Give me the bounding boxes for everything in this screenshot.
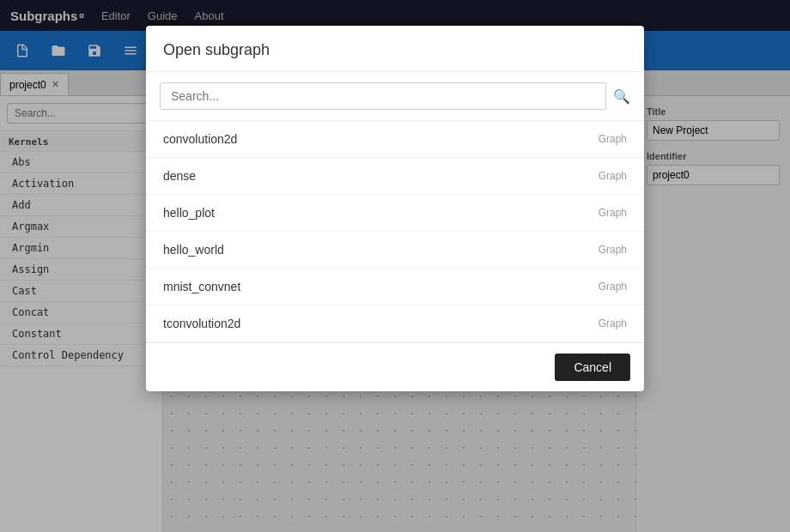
modal-overlay: Open subgraph 🔍 convolution2d Graph dens… bbox=[0, 0, 790, 532]
modal-item-type: Graph bbox=[599, 133, 627, 145]
modal-footer: Cancel bbox=[146, 342, 644, 391]
modal-search-container: 🔍 bbox=[146, 72, 644, 121]
modal-search-input[interactable] bbox=[160, 82, 606, 110]
modal-item-type: Graph bbox=[599, 170, 627, 182]
modal-list-item[interactable]: hello_plot Graph bbox=[146, 195, 644, 232]
modal-list: convolution2d Graph dense Graph hello_pl… bbox=[146, 121, 644, 342]
modal-title: Open subgraph bbox=[146, 26, 644, 72]
modal-item-type: Graph bbox=[599, 281, 627, 293]
modal-item-name: hello_plot bbox=[163, 206, 215, 220]
modal-list-item[interactable]: hello_world Graph bbox=[146, 232, 644, 269]
modal-item-name: dense bbox=[163, 169, 196, 183]
open-subgraph-modal: Open subgraph 🔍 convolution2d Graph dens… bbox=[146, 26, 644, 391]
modal-list-item[interactable]: tconvolution2d Graph bbox=[146, 305, 644, 342]
modal-item-name: convolution2d bbox=[163, 132, 237, 146]
modal-item-name: mnist_convnet bbox=[163, 280, 240, 293]
modal-item-type: Graph bbox=[599, 317, 627, 329]
modal-item-name: tconvolution2d bbox=[163, 317, 240, 330]
modal-item-type: Graph bbox=[599, 244, 627, 256]
modal-item-type: Graph bbox=[599, 207, 627, 219]
modal-search-icon[interactable]: 🔍 bbox=[613, 88, 630, 105]
modal-item-name: hello_world bbox=[163, 243, 224, 257]
modal-list-item[interactable]: dense Graph bbox=[146, 158, 644, 195]
modal-list-item[interactable]: mnist_convnet Graph bbox=[146, 269, 644, 305]
cancel-button[interactable]: Cancel bbox=[555, 354, 630, 381]
modal-list-item[interactable]: convolution2d Graph bbox=[146, 121, 644, 158]
